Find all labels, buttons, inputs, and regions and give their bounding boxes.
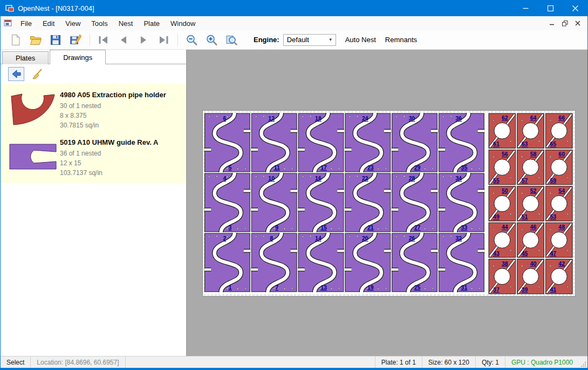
nest-part-pair[interactable]: 4241 [545, 259, 572, 294]
nest-part-pair[interactable]: 3433 [439, 173, 485, 232]
engine-select[interactable]: Default ▼ [283, 34, 336, 46]
svg-text:24: 24 [362, 115, 368, 122]
nest-part-pair[interactable]: 65 [204, 113, 251, 172]
svg-text:58: 58 [530, 151, 537, 157]
svg-text:10: 10 [268, 175, 275, 181]
open-button[interactable] [27, 32, 44, 48]
svg-text:41: 41 [550, 286, 556, 293]
minimize-button[interactable] [513, 0, 538, 16]
svg-text:36: 36 [456, 115, 462, 122]
close-button[interactable] [563, 0, 587, 16]
tab-plates[interactable]: Plates [2, 51, 49, 64]
nest-part-pair[interactable]: 4645 [517, 223, 544, 257]
svg-text:23: 23 [367, 164, 374, 171]
zoom-out-button[interactable] [183, 32, 200, 48]
nest-part-pair[interactable]: 1817 [298, 113, 344, 172]
save-as-button[interactable] [67, 32, 84, 48]
status-bar: Select Location: [84.8696, 60.6957] Plat… [1, 356, 587, 368]
svg-text:43: 43 [493, 250, 500, 257]
menu-file[interactable]: File [15, 16, 37, 30]
menu-bar: File Edit View Tools Nest Plate Window [1, 16, 587, 30]
menu-edit[interactable]: Edit [37, 16, 60, 30]
svg-text:35: 35 [461, 164, 468, 171]
nest-part-pair[interactable]: 87 [251, 233, 297, 292]
remnants-button[interactable]: Remnants [385, 36, 417, 44]
nest-part-pair[interactable]: 2625 [392, 233, 438, 292]
nest-part-pair[interactable]: 5049 [489, 186, 516, 221]
maximize-button[interactable] [538, 0, 563, 16]
previous-arrow-icon [117, 33, 130, 46]
previous-plate-button[interactable] [115, 32, 132, 48]
nest-part-pair[interactable]: 5251 [517, 186, 544, 221]
list-item[interactable]: 4980 A05 Extraction pipe holder 30 of 1 … [1, 85, 186, 132]
tab-drawings[interactable]: Drawings [50, 50, 106, 64]
nest-part-pair[interactable]: 3837 [489, 259, 516, 294]
maximize-icon [548, 5, 553, 11]
chevron-down-icon: ▼ [329, 37, 336, 42]
svg-text:1: 1 [229, 284, 232, 291]
nest-part-pair[interactable]: 1615 [298, 173, 344, 232]
nest-part-pair[interactable]: 4039 [517, 259, 544, 294]
nest-part-pair[interactable]: 4443 [489, 223, 516, 257]
nest-part-pair[interactable]: 4847 [545, 223, 572, 257]
next-plate-button[interactable] [135, 32, 152, 48]
nest-part-pair[interactable]: 3635 [439, 113, 485, 172]
nest-part-pair[interactable]: 21 [204, 233, 251, 292]
arrow-left-icon [11, 69, 22, 79]
svg-text:7: 7 [275, 284, 278, 291]
svg-text:34: 34 [456, 175, 462, 181]
nest-part-pair[interactable]: 2423 [345, 113, 391, 172]
nest-part-pair[interactable]: 5453 [545, 186, 572, 221]
nest-part-pair[interactable]: 6463 [517, 113, 544, 148]
drawing-title: 5019 A10 UHMW guide Rev. A [60, 138, 182, 146]
menu-nest[interactable]: Nest [113, 16, 139, 30]
nest-plate[interactable]: 6512111817242330293635431091615222128273… [203, 111, 575, 296]
svg-text:5: 5 [229, 164, 232, 171]
nest-part-pair[interactable]: 6665 [545, 113, 572, 148]
svg-text:30: 30 [409, 115, 415, 122]
zoom-fit-button[interactable] [223, 32, 240, 48]
svg-text:38: 38 [502, 260, 508, 267]
svg-text:27: 27 [414, 224, 421, 231]
resize-grip[interactable] [579, 356, 587, 368]
nest-part-pair[interactable]: 1211 [251, 113, 297, 172]
first-plate-button[interactable] [95, 32, 112, 48]
svg-text:22: 22 [362, 175, 368, 181]
nest-part-pair[interactable]: 5655 [489, 150, 516, 184]
menu-plate[interactable]: Plate [138, 16, 165, 30]
send-to-nest-button[interactable] [8, 67, 24, 81]
list-item[interactable]: 5019 A10 UHMW guide Rev. A 36 of 1 neste… [1, 132, 186, 180]
menu-view[interactable]: View [60, 16, 86, 30]
nest-part-pair[interactable]: 109 [251, 173, 297, 232]
nest-part-pair[interactable]: 3231 [439, 233, 485, 292]
nest-part-pair[interactable]: 2019 [345, 233, 391, 292]
new-button[interactable] [7, 32, 24, 48]
nest-canvas[interactable]: 6512111817242330293635431091615222128273… [187, 50, 587, 356]
child-minimize-button[interactable] [546, 18, 557, 28]
svg-text:65: 65 [550, 140, 556, 147]
nest-part-pair[interactable]: 1413 [298, 233, 344, 292]
zoom-in-button[interactable] [203, 32, 220, 48]
nest-part-pair[interactable]: 2827 [392, 173, 438, 232]
drawing-title: 4980 A05 Extraction pipe holder [60, 91, 182, 99]
nest-part-pair[interactable]: 2221 [345, 173, 391, 232]
save-button[interactable] [47, 32, 64, 48]
child-restore-button[interactable] [559, 18, 570, 28]
svg-text:17: 17 [320, 164, 327, 171]
nest-part-pair[interactable]: 43 [204, 173, 251, 232]
status-mode: Select [1, 356, 31, 368]
svg-text:14: 14 [315, 235, 322, 241]
document-icon[interactable] [4, 19, 12, 28]
child-close-button[interactable] [572, 18, 583, 28]
nest-part-pair[interactable]: 6261 [489, 113, 516, 148]
auto-nest-button[interactable]: Auto Nest [345, 36, 376, 44]
menu-tools[interactable]: Tools [86, 16, 113, 30]
nest-part-pair[interactable]: 5857 [517, 150, 544, 184]
clear-button[interactable] [29, 67, 45, 81]
nest-part-pair[interactable]: 6059 [545, 150, 572, 184]
resize-grip-icon [581, 361, 586, 367]
menu-window[interactable]: Window [165, 16, 201, 30]
toolbar-separator [177, 34, 178, 46]
nest-part-pair[interactable]: 3029 [392, 113, 438, 172]
last-plate-button[interactable] [155, 32, 172, 48]
